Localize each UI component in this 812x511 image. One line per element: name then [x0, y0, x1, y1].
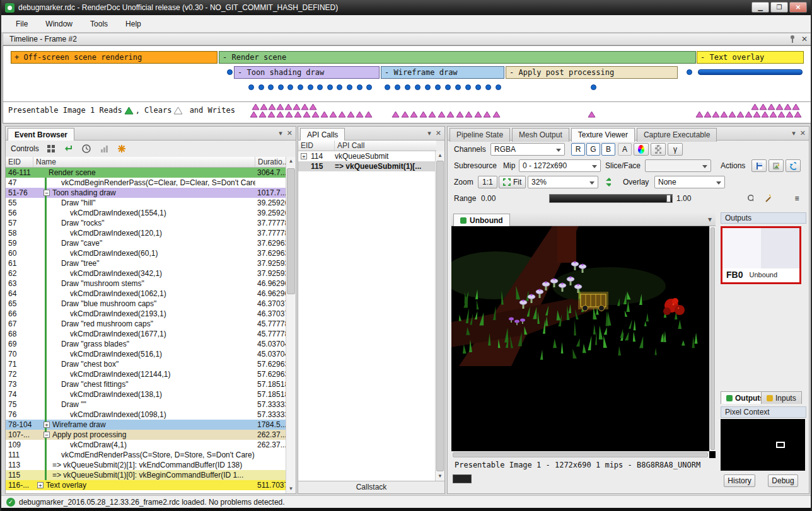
- event-row[interactable]: 72vkCmdDrawIndexed(12144,1)57.62963: [6, 369, 287, 379]
- close-icon[interactable]: ✕: [800, 129, 806, 137]
- write-triangle-icon[interactable]: [311, 111, 320, 118]
- timeline-block[interactable]: + Off-screen scene rendering: [11, 51, 218, 64]
- range-slider[interactable]: [549, 194, 673, 203]
- callstack-section[interactable]: Callstack: [298, 481, 444, 493]
- write-triangle-icon[interactable]: [465, 111, 473, 118]
- drawcall-dot[interactable]: [248, 84, 254, 90]
- write-triangle-icon[interactable]: [252, 103, 260, 110]
- menu-item-tools[interactable]: Tools: [82, 16, 116, 32]
- event-row[interactable]: 67Draw "red mushroom caps"45.77778: [6, 319, 287, 329]
- event-row[interactable]: 61Draw "tree"37.92593: [6, 258, 287, 268]
- drawcall-dot[interactable]: [435, 84, 441, 90]
- write-triangle-icon[interactable]: [258, 111, 267, 118]
- write-triangle-icon[interactable]: [712, 111, 720, 118]
- scroll-up-icon[interactable]: ▲: [286, 157, 296, 166]
- drawcall-dot[interactable]: [425, 84, 431, 90]
- bookmark-icon[interactable]: [116, 143, 127, 154]
- clock-icon[interactable]: [81, 143, 92, 154]
- drawcall-dot[interactable]: [485, 84, 491, 90]
- expander-icon[interactable]: +: [44, 422, 50, 428]
- write-triangle-icon[interactable]: [492, 111, 501, 118]
- write-triangle-icon[interactable]: [268, 103, 276, 110]
- browse-icon[interactable]: [45, 143, 57, 154]
- gamma-button[interactable]: γ: [668, 143, 683, 156]
- event-row[interactable]: 47vkCmdBeginRenderPass(C=Clear, D=Clear,…: [6, 178, 287, 188]
- scroll-down-icon[interactable]: ▼: [286, 485, 296, 493]
- event-row[interactable]: 46-111Render scene3064.7...: [6, 168, 287, 178]
- chevron-down-icon[interactable]: ▾: [427, 129, 431, 137]
- event-row[interactable]: 59Draw "cave"37.62963: [6, 238, 287, 248]
- event-browser-scrollbar[interactable]: ▲ ▼: [286, 157, 296, 493]
- channel-a-button[interactable]: A: [618, 143, 632, 156]
- write-triangle-icon[interactable]: [419, 111, 427, 118]
- write-triangle-icon[interactable]: [759, 103, 767, 110]
- tab-api-calls[interactable]: API Calls: [300, 128, 345, 142]
- tab-capture-executable[interactable]: Capture Executable: [637, 128, 717, 142]
- drawcall-dot[interactable]: [496, 84, 501, 90]
- minimize-button[interactable]: ▁: [751, 2, 769, 13]
- write-triangle-icon[interactable]: [438, 111, 446, 118]
- write-triangle-icon[interactable]: [588, 111, 596, 118]
- event-row[interactable]: 55Draw "hill"39.25926: [6, 198, 287, 208]
- zoom-1to1-button[interactable]: 1:1: [478, 176, 497, 188]
- event-row[interactable]: 109vkCmdDraw(4,1)262.37...: [6, 440, 287, 450]
- pin-icon[interactable]: [789, 35, 796, 45]
- event-row[interactable]: 69Draw "grass blades"45.03704: [6, 339, 287, 349]
- write-triangle-icon[interactable]: [293, 103, 301, 110]
- api-call-row[interactable]: +114vkQueueSubmit: [298, 151, 436, 161]
- event-row[interactable]: 113=> vkQueueSubmit(2)[1]: vkEndCommandB…: [6, 460, 287, 470]
- zoom-select[interactable]: 32%: [528, 176, 598, 188]
- write-triangle-icon[interactable]: [303, 111, 311, 118]
- expander-icon[interactable]: −: [44, 190, 50, 196]
- api-calls-scrollbar[interactable]: ▲ ▼: [435, 151, 444, 481]
- checkerboard-button[interactable]: [651, 143, 666, 156]
- write-triangle-icon[interactable]: [483, 111, 491, 118]
- write-triangle-icon[interactable]: [320, 111, 328, 118]
- fb0-thumbnail[interactable]: FB0 Unbound: [721, 226, 801, 284]
- event-row[interactable]: 78-104+Wireframe draw1784.5...: [6, 420, 287, 430]
- event-row[interactable]: 71Draw "chest box"57.62963: [6, 359, 287, 369]
- write-triangle-icon[interactable]: [410, 111, 418, 118]
- event-row[interactable]: 58vkCmdDrawIndexed(120,1)37.77778: [6, 228, 287, 238]
- mip-select[interactable]: 0 - 1272x690: [519, 159, 601, 172]
- chevron-down-icon[interactable]: ▾: [792, 129, 796, 137]
- overflow-icon[interactable]: ≡: [791, 192, 803, 205]
- drawcall-dot[interactable]: [308, 84, 313, 90]
- event-row[interactable]: 68vkCmdDrawIndexed(1677,1)45.77778: [6, 329, 287, 339]
- drawcall-dot[interactable]: [337, 84, 342, 90]
- scroll-down-icon[interactable]: ▼: [436, 472, 444, 481]
- write-triangle-icon[interactable]: [364, 111, 373, 118]
- menu-item-file[interactable]: File: [8, 16, 36, 32]
- write-triangle-icon[interactable]: [356, 111, 364, 118]
- write-triangle-icon[interactable]: [736, 111, 745, 118]
- drawcall-dot[interactable]: [317, 84, 323, 90]
- write-triangle-icon[interactable]: [428, 111, 436, 118]
- drawcall-dot[interactable]: [258, 84, 264, 90]
- timeline-block[interactable]: - Apply post processing: [506, 66, 678, 79]
- drawcall-dot[interactable]: [591, 84, 596, 90]
- goto-icon[interactable]: [63, 143, 74, 154]
- event-row[interactable]: 70vkCmdDrawIndexed(516,1)45.03704: [6, 349, 287, 359]
- event-row[interactable]: 107-...−Apply post processing262.37...: [6, 430, 287, 440]
- write-triangle-icon[interactable]: [777, 111, 786, 118]
- menu-item-help[interactable]: Help: [117, 16, 149, 32]
- slice-face-select[interactable]: [645, 159, 711, 172]
- close-button[interactable]: ✕: [789, 2, 807, 13]
- autorange-button[interactable]: [760, 192, 775, 205]
- drawcall-dot[interactable]: [278, 84, 284, 90]
- write-triangle-icon[interactable]: [309, 103, 317, 110]
- drawcall-dot[interactable]: [347, 84, 352, 90]
- event-row[interactable]: 63Draw "mushroom stems"46.96296: [6, 278, 287, 289]
- viewport-vscrollbar[interactable]: [709, 226, 716, 451]
- write-triangle-icon[interactable]: [775, 103, 784, 110]
- channel-b-button[interactable]: B: [601, 143, 615, 156]
- write-triangle-icon[interactable]: [456, 111, 464, 118]
- overlay-select[interactable]: None: [654, 176, 725, 188]
- write-triangle-icon[interactable]: [769, 111, 777, 118]
- viewport-hscrollbar[interactable]: [451, 451, 709, 458]
- drawcall-dot[interactable]: [687, 69, 692, 75]
- write-triangle-icon[interactable]: [728, 111, 736, 118]
- event-row[interactable]: 62vkCmdDrawIndexed(342,1)37.92593: [6, 268, 287, 278]
- drawcall-dot[interactable]: [357, 84, 362, 90]
- event-row[interactable]: 57Draw "rocks"37.77778: [6, 218, 287, 228]
